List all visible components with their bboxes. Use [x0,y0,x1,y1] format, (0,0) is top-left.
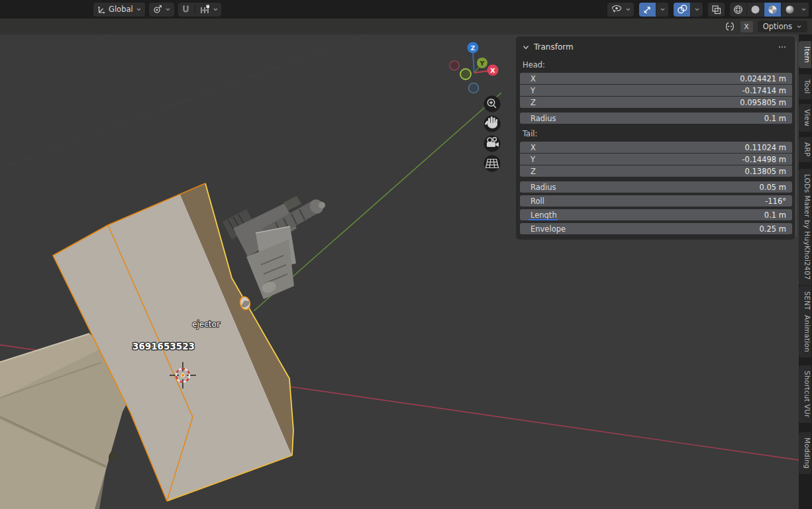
wireframe-sphere-icon [733,5,743,15]
chevron-down-icon [165,7,171,12]
overlays-dropdown[interactable] [691,3,703,17]
pan-button[interactable] [484,116,501,132]
mirror-x-toggle[interactable]: X [740,21,753,32]
overlays-toggle-group [674,3,703,17]
tab-lods-maker[interactable]: LODs Maker by HuyKhoi2407 [799,169,811,285]
panel-collapse-chevron[interactable] [523,44,529,50]
chevron-down-icon [136,7,142,12]
gizmos-toggle-group [639,3,668,17]
gizmo-x-label: X [490,67,495,74]
viewport-shading-group [730,3,809,17]
head-section-label: Head: [523,60,792,69]
field-label: Length [520,210,557,220]
tail-radius-field[interactable]: Radius 0.05 m [520,181,792,193]
envelope-field[interactable]: Envelope 0.25 m [520,223,792,234]
transform-orientation-dropdown[interactable]: Global [93,3,145,17]
roll-field[interactable]: Roll -116° [520,195,792,207]
gizmo-arrow-icon [642,5,652,15]
field-label: Z [520,98,536,107]
sidebar-tab-strip: Item Tool View ARP LODs Maker by HuyKhoi… [799,34,812,509]
field-label: X [520,74,536,83]
panel-scrollbar[interactable] [795,41,797,237]
length-field[interactable]: Length 0.1 m [520,209,792,220]
blender-window: { "header": { "orientation_label": "Glob… [0,0,812,509]
gizmo-neg-x-ball[interactable] [450,61,459,70]
shading-wireframe-button[interactable] [730,3,746,17]
x-axis-mirror-icon[interactable] [724,21,736,32]
field-label: Radius [520,183,556,192]
length-edit-underline [529,219,558,220]
snap-magnet-icon[interactable] [181,5,191,15]
options-dropdown[interactable]: Options [758,21,807,32]
material-sphere-icon [768,5,778,15]
camera-view-button[interactable] [484,136,501,152]
solid-sphere-icon [750,5,760,15]
field-value: 0.1 m [764,114,792,123]
mirror-x-label: X [744,23,749,31]
tail-z-field[interactable]: Z 0.13805 m [520,165,792,177]
chevron-down-icon [801,7,807,12]
tab-view[interactable]: View [799,104,811,132]
tab-item[interactable]: Item [799,41,811,68]
head-y-field[interactable]: Y -0.17414 m [520,85,792,96]
snapping-controls[interactable] [178,3,221,17]
field-value: 0.25 m [760,224,792,234]
object-visibility-dropdown[interactable] [607,3,634,17]
field-label: X [520,143,536,152]
shading-material-button[interactable] [764,3,781,17]
pivot-point-dropdown[interactable] [149,3,174,17]
viewport-header: Global [0,0,812,19]
shading-solid-button[interactable] [747,3,764,17]
overlays-icon [677,5,687,14]
field-value: 0.024421 m [740,74,792,83]
gizmo-neg-z-ball[interactable] [469,83,479,93]
show-gizmo-button[interactable] [639,3,656,17]
xray-icon [711,5,721,15]
pivot-point-icon [152,5,162,14]
field-value: -0.14498 m [742,155,792,164]
tab-tool[interactable]: Tool [799,74,811,99]
gizmo-dropdown[interactable] [656,3,668,17]
field-value: 0.11024 m [745,143,792,152]
field-value: 0.05 m [760,183,792,192]
zoom-button[interactable] [484,96,501,113]
orientation-axes-icon [97,5,106,14]
field-value: -0.17414 m [742,86,792,95]
grid-floor-button[interactable] [484,156,501,172]
gizmo-neg-y-ball[interactable] [460,69,471,79]
tail-x-field[interactable]: X 0.11024 m [520,142,792,153]
visibility-eye-icon [610,5,623,14]
tab-animation[interactable]: Animation [799,310,811,357]
chevron-down-icon [796,24,802,29]
chevron-down-icon [625,7,631,12]
head-x-field[interactable]: X 0.024421 m [520,73,792,84]
field-label: Z [520,167,536,176]
chevron-down-icon [694,7,700,12]
field-label: Radius [520,114,556,123]
shading-dropdown[interactable] [798,3,809,17]
panel-drag-handle[interactable] [778,46,787,49]
bone-name-label: ejector [192,320,220,329]
bone-id-label: 3691653523 [132,341,195,351]
orientation-label: Global [109,5,133,14]
head-radius-field[interactable]: Radius 0.1 m [520,113,792,124]
field-value: -116° [765,197,792,206]
head-z-field[interactable]: Z 0.095805 m [520,97,792,108]
show-overlays-button[interactable] [674,3,690,17]
panel-title: Transform [534,42,574,52]
gizmo-z-label: Z [471,44,476,52]
field-label: Y [520,86,535,95]
tab-modding[interactable]: Modding [799,432,811,474]
tab-arp[interactable]: ARP [799,137,811,162]
toggle-xray-button[interactable] [708,3,725,17]
snap-increment-icon [199,5,210,15]
tail-y-field[interactable]: Y -0.14498 m [520,154,792,165]
gizmo-y-label: Y [480,60,485,67]
field-value: 0.13805 m [745,167,792,176]
rendered-sphere-icon [785,5,795,15]
shading-rendered-button[interactable] [782,3,798,17]
sidebar-transform-panel: Transform Head: X 0.024421 m Y -0.17414 … [516,36,795,240]
field-label: Envelope [520,224,566,234]
tab-shortcut-vur[interactable]: Shortcut VUr [799,365,811,423]
field-value: 0.1 m [764,210,792,220]
